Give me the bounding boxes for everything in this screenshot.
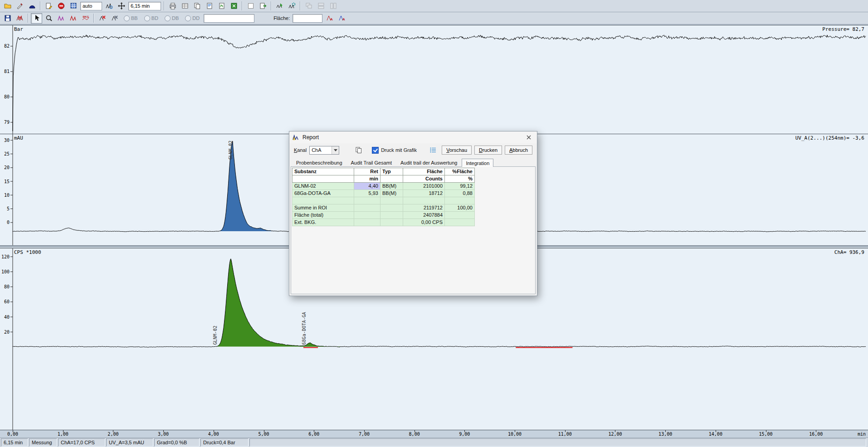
table-header-cell[interactable]: %Fläche	[445, 168, 475, 175]
delete-curve-button[interactable]	[14, 13, 25, 24]
open-file-button[interactable]	[2, 1, 13, 11]
table-cell[interactable]: 18712	[403, 190, 445, 197]
remove-peak-end-button[interactable]	[109, 13, 120, 24]
zoom-tool-button[interactable]	[43, 13, 54, 24]
table-cell[interactable]	[445, 212, 475, 219]
table-cell[interactable]: 0,88	[445, 190, 475, 197]
table-cell[interactable]: 2407884	[403, 212, 445, 219]
copy-button[interactable]	[191, 1, 203, 11]
table-cell[interactable]: BB(M)	[380, 190, 403, 197]
run-time-display[interactable]	[128, 2, 161, 10]
tab-integration[interactable]: Integration	[462, 159, 493, 167]
table-cell[interactable]	[380, 197, 403, 204]
area-marker-b-button[interactable]: A	[336, 13, 347, 24]
channel-select[interactable]: ChA	[309, 146, 339, 155]
table-header-cell[interactable]: Fläche	[403, 168, 445, 175]
table-header-cell[interactable]: min	[354, 175, 380, 183]
table-cell-selected[interactable]: 4,40	[354, 183, 380, 190]
x-axis-label: 1,00	[55, 432, 71, 437]
tab-audit-trail-gesamt[interactable]: Audit Trail Gesamt	[347, 158, 396, 166]
edit-method-button[interactable]	[43, 1, 54, 11]
windows-tile-vertical-button[interactable]	[327, 1, 339, 11]
peak-mark-tool-button[interactable]	[68, 13, 79, 24]
peak-edit-tool-button[interactable]	[55, 13, 67, 24]
windows-cascade-button[interactable]	[303, 1, 314, 11]
detector-button[interactable]	[26, 1, 38, 11]
table-header-cell[interactable]: Typ	[380, 168, 403, 175]
table-cell[interactable]	[354, 197, 380, 204]
table-cell[interactable]	[380, 204, 403, 212]
save-button[interactable]	[2, 13, 13, 24]
table-cell[interactable]: 68Ga-DOTA-GA	[293, 190, 354, 197]
table-header-cell[interactable]: Counts	[403, 175, 445, 183]
table-cell[interactable]	[354, 219, 380, 226]
table-cell[interactable]	[380, 219, 403, 226]
table-cell[interactable]: 100,00	[445, 204, 475, 212]
table-cell[interactable]	[445, 197, 475, 204]
table-cell[interactable]: 0,00 CPS	[403, 219, 445, 226]
table-cell[interactable]	[403, 197, 445, 204]
table-cell[interactable]: Summe in ROI	[293, 204, 354, 212]
table-header-cell[interactable]	[293, 175, 354, 183]
data-grid-button[interactable]	[68, 1, 79, 11]
table-cell[interactable]: Fläche (total)	[293, 212, 354, 219]
table-cell[interactable]: 2119712	[403, 204, 445, 212]
table-cell[interactable]: 5,93	[354, 190, 380, 197]
close-button[interactable]	[522, 132, 536, 143]
report-dialog-titlebar[interactable]: Report	[289, 131, 537, 143]
chromatogram-view-button[interactable]	[103, 1, 115, 11]
print-button[interactable]	[167, 1, 178, 11]
acquisition-settings-button[interactable]	[14, 1, 25, 11]
report-options-button[interactable]	[427, 145, 439, 155]
report-table-button[interactable]	[179, 1, 190, 11]
new-window-button[interactable]	[245, 1, 256, 11]
detector-dome-icon	[29, 2, 36, 10]
svg-text:79: 79	[4, 120, 10, 125]
export-image-button[interactable]	[257, 1, 268, 11]
area-marker-a-button[interactable]: A	[324, 13, 335, 24]
stop-button[interactable]	[55, 1, 67, 11]
table-cell[interactable]: GLNM-02	[293, 183, 354, 190]
table-cell[interactable]: 2101000	[403, 183, 445, 190]
peak-type-db-radio[interactable]: DB	[165, 15, 179, 21]
copy-report-button[interactable]	[353, 145, 365, 155]
peak-delete-dark-icon	[111, 15, 118, 22]
smooth-curve-button[interactable]	[274, 1, 285, 11]
table-cell[interactable]: 99,12	[445, 183, 475, 190]
windows-tile-horizontal-button[interactable]	[315, 1, 327, 11]
export-excel-button[interactable]	[228, 1, 239, 11]
table-header-cell[interactable]: %	[445, 175, 475, 183]
pressure-chart[interactable]: 82818079BarPressure= 82,7	[0, 25, 868, 134]
table-cell[interactable]	[445, 219, 475, 226]
tab-probenbeschreibung[interactable]: Probenbeschreibung	[292, 158, 346, 166]
status-bar: 6,15 min Messung ChA=17,0 CPS UV_A=3,5 m…	[0, 437, 868, 447]
abbruch-button[interactable]: Abbruch	[505, 146, 532, 155]
remove-peak-start-button[interactable]	[97, 13, 108, 24]
vorschau-button[interactable]: Vorschau	[442, 146, 472, 155]
peak-type-dd-radio[interactable]: DD	[185, 15, 200, 21]
annotation-input[interactable]	[204, 14, 254, 23]
auto-mode-field[interactable]	[80, 2, 102, 10]
auto-integrate-button[interactable]	[286, 1, 297, 11]
peak-type-bd-radio[interactable]: BD	[144, 15, 158, 21]
table-cell[interactable]	[293, 197, 354, 204]
drucken-button[interactable]: Drucken	[474, 146, 502, 155]
table-header-cell[interactable]: Ret	[354, 168, 380, 175]
table-cell[interactable]: Ext. BKG.	[293, 219, 354, 226]
background-tool-button[interactable]: BKG	[80, 13, 91, 24]
table-cell[interactable]	[354, 204, 380, 212]
flaeche-value-field[interactable]	[293, 14, 322, 23]
windows-cascade-icon	[305, 2, 312, 10]
peak-type-bb-radio[interactable]: BB	[124, 15, 138, 21]
move-tool-button[interactable]	[116, 1, 127, 11]
export-curve-button[interactable]	[216, 1, 227, 11]
tab-audit-trail-auswertung[interactable]: Audit trail der Auswertung	[396, 158, 461, 166]
table-cell[interactable]: BB(M)	[380, 183, 403, 190]
pointer-tool-button[interactable]	[31, 13, 42, 24]
druck-mit-grafik-checkbox[interactable]	[372, 147, 379, 154]
table-cell[interactable]	[354, 212, 380, 219]
table-cell[interactable]	[380, 212, 403, 219]
table-header-cell[interactable]	[380, 175, 403, 183]
table-header-cell[interactable]: Substanz	[293, 168, 354, 175]
copy-report-button[interactable]	[204, 1, 215, 11]
